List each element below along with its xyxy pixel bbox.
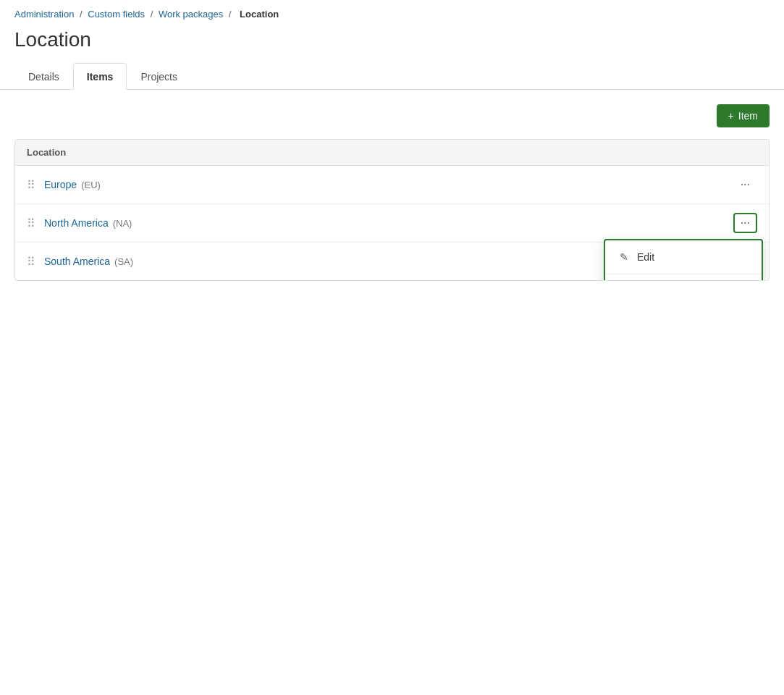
item-link-europe[interactable]: Europe [44,179,77,190]
menu-section-edit: ✎ Edit [605,240,762,274]
item-abbr-south-america: (SA) [114,256,133,267]
drag-handle-north-america[interactable]: ⠿ [27,216,35,230]
menu-item-edit[interactable]: ✎ Edit [605,245,762,269]
toolbar: + Item [14,104,770,127]
item-abbr-europe: (EU) [81,180,101,190]
breadcrumb-admin-link[interactable]: Administration [14,9,74,20]
item-actions-europe: ··· [733,174,757,195]
three-dots-button-europe[interactable]: ··· [733,174,757,195]
add-item-label: Item [738,110,758,122]
breadcrumb: Administration / Custom fields / Work pa… [0,0,784,25]
tabs-bar: Details Items Projects [0,63,784,90]
plus-icon: + [728,110,734,122]
item-actions-north-america: ··· ✎ Edit [733,213,757,233]
item-link-north-america[interactable]: North America [44,217,109,229]
add-item-button[interactable]: + Item [717,104,770,127]
content-area: + Item Location ⠿ Europe (EU) ··· ⠿ Nort… [0,90,784,295]
breadcrumb-custom-fields-link[interactable]: Custom fields [88,9,145,20]
edit-icon: ✎ [618,251,630,263]
three-dots-button-north-america[interactable]: ··· [733,213,757,233]
breadcrumb-work-packages-link[interactable]: Work packages [159,9,223,20]
table-header: Location [15,140,769,166]
table-row: ⠿ North America (NA) ··· ✎ Edit [15,204,769,243]
tab-projects[interactable]: Projects [127,63,191,90]
page-title: Location [0,25,784,63]
drag-handle-europe[interactable]: ⠿ [27,178,35,192]
context-menu: ✎ Edit [604,239,763,281]
menu-section-add: Add item above [605,274,762,281]
tab-details[interactable]: Details [14,63,73,90]
items-table: Location ⠿ Europe (EU) ··· ⠿ North Ameri… [14,139,770,281]
item-link-south-america[interactable]: South America [44,256,110,267]
breadcrumb-current: Location [240,9,279,20]
item-abbr-north-america: (NA) [113,218,132,229]
menu-edit-label: Edit [637,251,654,263]
drag-handle-south-america[interactable]: ⠿ [27,255,35,269]
tab-items[interactable]: Items [73,63,127,90]
menu-item-add-above[interactable]: Add item above [605,279,762,281]
table-row: ⠿ Europe (EU) ··· [15,166,769,204]
